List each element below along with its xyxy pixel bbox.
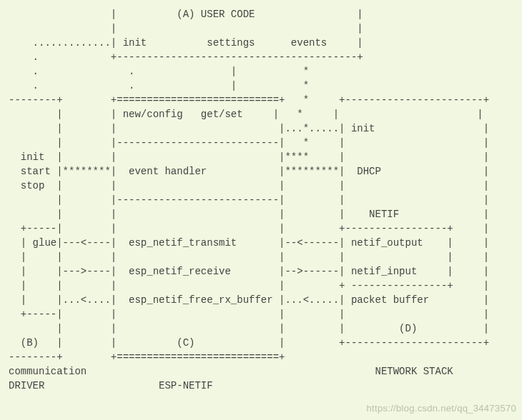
esp-netif-architecture-diagram: | (A) USER CODE | | | .............| ini…	[0, 0, 522, 400]
source-watermark: https://blog.csdn.net/qq_34473570	[367, 401, 516, 416]
